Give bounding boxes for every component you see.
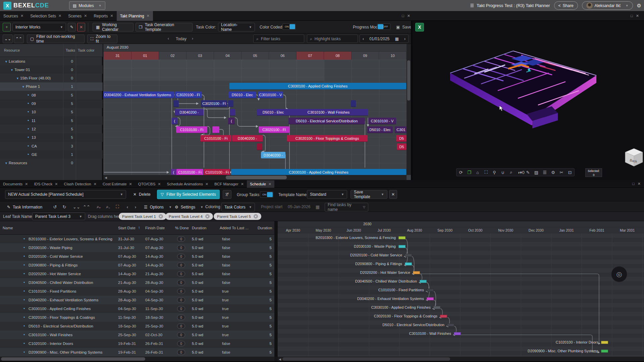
list-icon[interactable]: ☰ (542, 170, 547, 175)
col-start-date[interactable]: Start Date (118, 226, 136, 230)
takt-bar-c1010100[interactable]: C1010100 - Fi (204, 169, 230, 176)
color-coded-toggle[interactable]: ON (282, 23, 296, 30)
anchor-icon[interactable]: ⚲ (492, 170, 497, 175)
filter-by-selected-button[interactable]: ▽Filter By Selected Elements (157, 190, 220, 199)
viewer-pane-controls[interactable]: □ ✕ (631, 14, 640, 18)
progress-mode-toggle[interactable]: OFF (377, 23, 390, 30)
close-icon[interactable]: ✕ (84, 14, 87, 18)
takt-bar[interactable] (257, 143, 262, 150)
options-menu[interactable]: ☰Options▼ (141, 203, 170, 212)
resource-row-08[interactable]: •08 5 (0, 91, 103, 99)
takt-bar-([interactable]: ( (228, 118, 235, 124)
table-row[interactable]: • D3040200 - Exhaust Ventilation Systems… (0, 296, 274, 304)
takt-bar-c3020100[interactable]: C3020100 - Fl (259, 126, 289, 133)
group-tasks-toggle[interactable]: ON (260, 191, 273, 198)
takt-bar-c3010100[interactable]: C3010100 - V (368, 118, 396, 124)
next-day-arrow[interactable]: › (192, 36, 193, 41)
filter-non-working-button[interactable]: ▢Filter out non-working time (27, 35, 85, 43)
takt-bar-d3040200[interactable]: D3040200 - Exhaust Ventilation Systems (103, 92, 174, 98)
table-row[interactable]: • D2030100 - Waste Piping 31-Jul-30 07-A… (0, 243, 274, 252)
close-icon[interactable]: ✕ (58, 14, 61, 18)
tab-selection-sets[interactable]: Selection Sets✕ (27, 11, 65, 21)
close-icon[interactable]: ✕ (110, 14, 113, 18)
gantt-body[interactable]: C3030100 - Applied Ceiling FinishesD3040… (103, 60, 407, 175)
visibility-icon[interactable]: ◑▾0 (517, 170, 522, 175)
pane-splitter[interactable] (411, 21, 413, 180)
table-row[interactable]: • C3010100 - Wall Finishes 25-Sep-30 02-… (0, 330, 274, 339)
takt-bar-([interactable]: ( (171, 169, 176, 176)
takt-bar-c3010100[interactable]: C3010100 - Wall Finishes (289, 109, 368, 116)
navigation-cube[interactable]: Back (623, 147, 644, 168)
resource-row-tower-01[interactable]: ▼Tower 01 0 (0, 65, 103, 74)
fullscreen-icon[interactable]: ⛶ (484, 170, 488, 175)
takt-bar-d5010[interactable]: D5010 - Elec (229, 92, 256, 98)
takt-bar-d5[interactable]: D5 (396, 135, 407, 142)
resource-row-phase-1[interactable]: ▼Phase 1 1 (0, 82, 103, 91)
resource-row-locations[interactable]: ▼Locations 0 (0, 57, 103, 65)
table-row[interactable]: • D2020100 - Cold Water Service 07-Aug-3… (0, 252, 274, 261)
close-icon[interactable]: ✕ (129, 182, 132, 186)
chevron-down-icon[interactable]: ▼ (5, 162, 9, 165)
chevron-down-icon[interactable]: ▼ (16, 77, 20, 80)
takt-bar-d5010[interactable]: D5010 - Elec (257, 109, 289, 116)
takt-bar-c3030100[interactable]: C3030100 - Applied Ceiling Finishes (231, 169, 406, 176)
redo-icon[interactable]: ↻ (60, 203, 68, 211)
chevron-right-icon[interactable]: › (404, 37, 406, 41)
chevron-down-icon[interactable]: ▼ (5, 60, 9, 63)
sync-icon[interactable]: ⟳ (459, 170, 463, 175)
close-icon[interactable]: ✕ (205, 182, 208, 186)
task-generation-template-button[interactable]: ❒Task Generation Template (136, 23, 193, 32)
tab-scenes[interactable]: Scenes✕ (65, 11, 90, 21)
scrollbar-thumb[interactable] (407, 60, 410, 101)
table-row[interactable]: • D2020200 - Hot Water Service 14-Aug-30… (0, 269, 274, 278)
group-chip-2[interactable]: Parent Task Level 4✕ (165, 213, 213, 220)
tab-documents[interactable]: Documents✕ (0, 180, 31, 188)
column-resource[interactable]: Resource (4, 48, 20, 52)
tab-ids-check[interactable]: IDS Check✕ (31, 180, 61, 188)
gantt-bar[interactable] (447, 323, 454, 326)
takt-bar-d5010[interactable]: D5010 - Electrical Service/Distribution (288, 118, 365, 124)
resource-row-10[interactable]: •10 5 (0, 108, 103, 116)
edit-preset-button[interactable]: ✎ (68, 23, 76, 32)
gantt-bar[interactable] (427, 289, 434, 292)
remove-chip-icon[interactable]: ✕ (254, 214, 258, 219)
resource-row-09[interactable]: •09 5 (0, 100, 103, 108)
tab-bcf-manager[interactable]: BCF Manager✕ (211, 180, 247, 188)
table-horizontal-scrollbar[interactable] (0, 357, 274, 361)
gantt-bar[interactable] (427, 297, 434, 300)
measure-icon[interactable]: ⊡ (568, 170, 572, 175)
template-name-select[interactable]: Standard▼ (307, 190, 347, 199)
scrollbar-thumb[interactable] (226, 176, 287, 179)
coloring-select[interactable]: Task Colors▼ (221, 203, 255, 212)
user-menu[interactable]: Aleksandar Ilić▼ (582, 1, 633, 10)
takt-bar[interactable] (351, 100, 356, 107)
prev-icon[interactable]: ‹ (123, 203, 131, 211)
zoom-in-icon[interactable]: ⌕₊ (95, 203, 103, 211)
takt-bar[interactable] (173, 100, 179, 107)
gantt-bar[interactable] (398, 236, 406, 239)
viewer-settings-icon[interactable]: ⚙ (551, 170, 555, 175)
takt-bar-c301[interactable]: C301 (395, 126, 407, 133)
filter-tasks-input[interactable]: ⌕Filter tasks (253, 35, 304, 43)
3d-viewer-panel[interactable]: X (413, 21, 644, 180)
schedule-gantt[interactable]: 2030 Apr 2030May 2030Jun 2030Jul 2030Aug… (278, 221, 644, 357)
collapse-all-icon[interactable]: ⌄⌄ (72, 203, 80, 211)
close-icon[interactable]: ✕ (55, 182, 58, 186)
gantt-bar[interactable] (433, 306, 440, 309)
takt-bar-c1010100[interactable]: C1010100 - Fi (200, 135, 231, 142)
table-row[interactable]: • D2090800 - Piping & Fittings 07-Aug-30… (0, 261, 274, 269)
pane-maximize-icon[interactable]: □ ✕ (402, 14, 411, 18)
takt-bar-c1010100[interactable]: C1010100 - Fi (176, 169, 203, 176)
section-cut-icon[interactable]: ✂ (559, 170, 564, 175)
collapse-all-button[interactable]: ⌄⌄ (3, 35, 13, 43)
tab-schedule-animations[interactable]: Schedule Animations✕ (164, 180, 212, 188)
resource-row-ca[interactable]: •CA 3 (0, 142, 103, 150)
group-chip-1[interactable]: Parent Task Level 1✕ (119, 213, 166, 220)
table-row[interactable]: • C3020100 - Floor Toppings & Coatings 1… (0, 313, 274, 322)
zoom-icon[interactable]: ⌕ (509, 170, 514, 175)
col-duration[interactable]: Duration (192, 226, 206, 230)
table-row[interactable]: • D3040500 - Chilled Water Distribution … (0, 278, 274, 287)
table-row[interactable]: • B2010300 - Exterior Louvers, Screens &… (0, 235, 274, 243)
model-cube-icon[interactable]: ❐ (467, 170, 472, 175)
gantt-bar[interactable] (405, 262, 412, 265)
